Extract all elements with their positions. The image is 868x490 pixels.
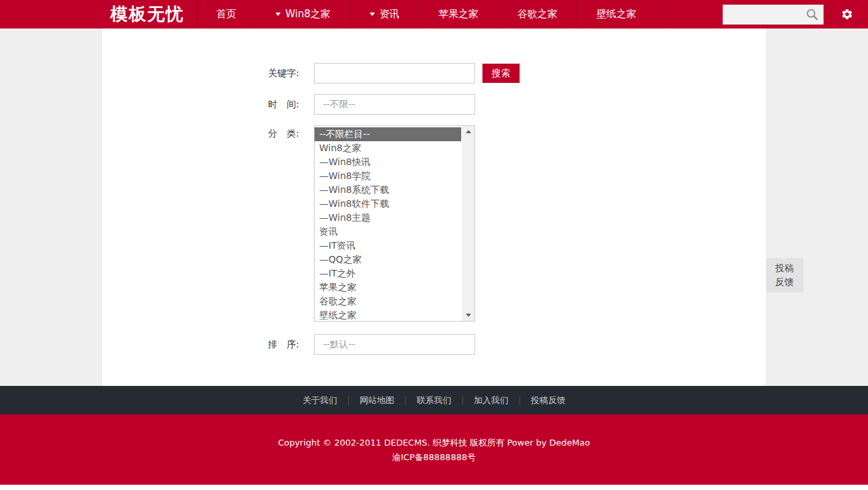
sort-select-value: --默认-- — [323, 339, 355, 351]
category-option[interactable]: --不限栏目-- — [315, 127, 461, 141]
nav-item-label: 壁纸之家 — [597, 8, 636, 21]
main-area: 关键字: 搜索 时 间: --不限-- 分 类: --不限栏目-- Win8之家… — [0, 29, 868, 386]
category-option[interactable]: 谷歌之家 — [315, 294, 461, 308]
category-option[interactable]: —Win8学院 — [315, 169, 461, 183]
category-option[interactable]: Win8之家 — [315, 141, 461, 155]
time-select-value: --不限-- — [323, 99, 355, 111]
header-right — [723, 0, 868, 29]
header-search-box — [723, 5, 824, 25]
nav-item-wallpaper[interactable]: 壁纸之家 — [577, 0, 656, 29]
keyword-input[interactable] — [314, 63, 475, 84]
category-label: 分 类: — [268, 125, 306, 141]
nav-item-home[interactable]: 首页 — [196, 0, 255, 29]
category-option[interactable]: 苹果之家 — [315, 280, 461, 294]
footer-separator: | — [461, 396, 464, 405]
footer-link-about[interactable]: 关于我们 — [303, 395, 337, 406]
side-widget: 投稿 反馈 — [766, 258, 804, 292]
nav-item-win8[interactable]: Win8之家 — [255, 0, 350, 29]
footer-separator: | — [404, 396, 407, 405]
page: 模板无忧 首页 Win8之家 资讯 苹果之家 谷歌之家 壁纸之家 — [0, 0, 868, 490]
time-row: 时 间: --不限-- — [268, 94, 766, 115]
footer-separator: | — [347, 396, 350, 405]
gear-icon[interactable] — [841, 8, 853, 21]
nav-item-label: Win8之家 — [285, 8, 330, 21]
category-option[interactable]: —Win8主题 — [315, 211, 461, 225]
copyright-line-1: Copyright © 2002-2011 DEDECMS. 织梦科技 版权所有… — [0, 436, 868, 450]
keyword-row: 关键字: 搜索 — [268, 63, 766, 84]
nav-item-label: 首页 — [216, 8, 236, 21]
footer-link-join[interactable]: 加入我们 — [474, 395, 508, 406]
main-nav: 首页 Win8之家 资讯 苹果之家 谷歌之家 壁纸之家 — [196, 0, 656, 29]
site-logo[interactable]: 模板无忧 — [110, 3, 184, 26]
nav-item-label: 谷歌之家 — [518, 8, 557, 21]
scroll-down-button[interactable] — [462, 310, 474, 321]
time-label: 时 间: — [268, 94, 306, 115]
category-option[interactable]: 壁纸之家 — [315, 308, 461, 322]
category-option[interactable]: —IT之外 — [315, 267, 461, 280]
feedback-link[interactable]: 反馈 — [775, 275, 804, 289]
triangle-down-icon — [466, 314, 471, 317]
footer-nav: 关于我们 | 网站地图 | 联系我们 | 加入我们 | 投稿反馈 — [0, 386, 868, 414]
category-option[interactable]: 资讯 — [315, 225, 461, 239]
scroll-up-button[interactable] — [462, 126, 474, 137]
magnifier-icon[interactable] — [805, 7, 820, 22]
category-option[interactable]: —Win8系统下载 — [315, 183, 461, 197]
footer-separator: | — [518, 396, 521, 405]
chevron-down-icon — [370, 13, 375, 16]
search-button[interactable]: 搜索 — [482, 64, 520, 83]
chevron-down-icon — [275, 13, 281, 16]
listbox-scrollbar[interactable] — [462, 126, 474, 321]
category-row: 分 类: --不限栏目-- Win8之家 —Win8快讯 —Win8学院 —Wi… — [268, 125, 766, 322]
category-listbox[interactable]: --不限栏目-- Win8之家 —Win8快讯 —Win8学院 —Win8系统下… — [314, 125, 475, 322]
nav-item-label: 资讯 — [380, 8, 399, 21]
nav-item-label: 苹果之家 — [439, 8, 478, 21]
sort-select[interactable]: --默认-- — [314, 334, 475, 355]
footer-link-contact[interactable]: 联系我们 — [417, 395, 451, 406]
top-navbar: 模板无忧 首页 Win8之家 资讯 苹果之家 谷歌之家 壁纸之家 — [0, 0, 868, 29]
sort-row: 排 序: --默认-- — [268, 334, 766, 355]
category-option[interactable]: —IT资讯 — [315, 239, 461, 253]
footer-link-feedback[interactable]: 投稿反馈 — [531, 395, 565, 406]
nav-item-apple[interactable]: 苹果之家 — [419, 0, 498, 29]
sort-label: 排 序: — [268, 334, 306, 355]
nav-item-news[interactable]: 资讯 — [350, 0, 419, 29]
nav-item-google[interactable]: 谷歌之家 — [498, 0, 577, 29]
copyright-line-2: 渝ICP备88888888号 — [0, 450, 868, 465]
copyright-footer: Copyright © 2002-2011 DEDECMS. 织梦科技 版权所有… — [0, 414, 868, 485]
footer-link-sitemap[interactable]: 网站地图 — [360, 395, 394, 406]
submit-article-link[interactable]: 投稿 — [775, 261, 804, 275]
category-option[interactable]: —QQ之家 — [315, 253, 461, 267]
time-select[interactable]: --不限-- — [314, 94, 475, 115]
keyword-label: 关键字: — [268, 63, 306, 84]
search-form-panel: 关键字: 搜索 时 间: --不限-- 分 类: --不限栏目-- Win8之家… — [102, 29, 766, 386]
category-option[interactable]: —Win8软件下载 — [315, 197, 461, 211]
category-option[interactable]: —Win8快讯 — [315, 155, 461, 169]
triangle-up-icon — [466, 130, 471, 133]
